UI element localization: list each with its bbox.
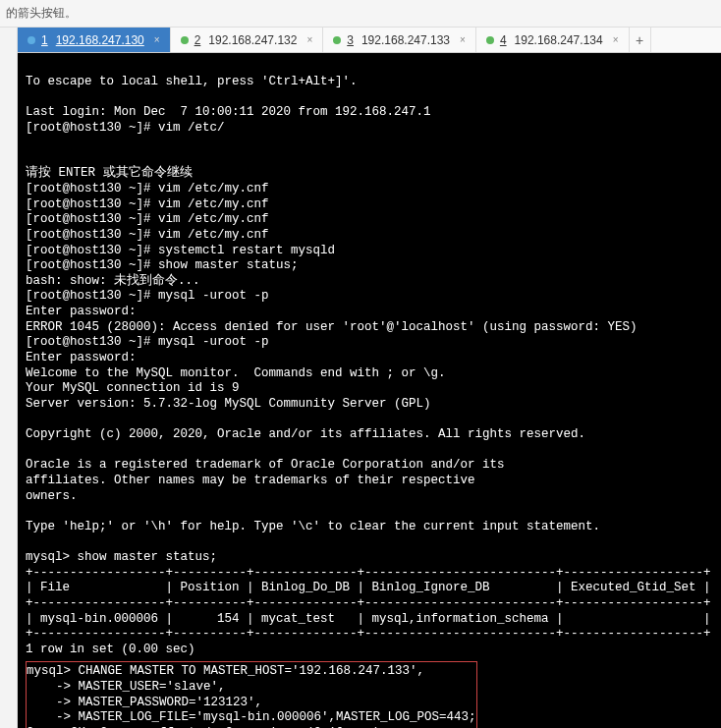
main-area: 1192.168.247.130×2192.168.247.132×3192.1… (18, 28, 721, 728)
top-bar-text: 的箭头按钮。 (6, 5, 77, 22)
tab-label: 192.168.247.134 (515, 33, 603, 47)
tab-number: 2 (194, 33, 201, 47)
tab-label: 192.168.247.130 (56, 33, 144, 47)
terminal[interactable]: To escape to local shell, press 'Ctrl+Al… (18, 53, 721, 728)
top-bar: 的箭头按钮。 (0, 0, 721, 28)
status-dot-icon (28, 36, 35, 44)
terminal-output: To escape to local shell, press 'Ctrl+Al… (26, 59, 713, 657)
tab-host-1[interactable]: 1192.168.247.130× (18, 28, 171, 52)
tab-label: 192.168.247.133 (361, 33, 450, 47)
status-dot-icon (333, 36, 341, 44)
tab-host-3[interactable]: 3192.168.247.133× (323, 28, 476, 52)
highlighted-region: mysql> CHANGE MASTER TO MASTER_HOST='192… (26, 661, 477, 728)
tab-host-4[interactable]: 4192.168.247.134× (476, 28, 630, 52)
left-gutter (0, 28, 18, 728)
tab-bar: 1192.168.247.130×2192.168.247.132×3192.1… (18, 28, 721, 53)
close-icon[interactable]: × (306, 34, 312, 45)
tab-number: 1 (41, 33, 48, 47)
tab-label: 192.168.247.132 (208, 33, 297, 47)
tab-number: 4 (500, 33, 507, 47)
status-dot-icon (181, 36, 189, 44)
tab-host-2[interactable]: 2192.168.247.132× (171, 28, 324, 52)
status-dot-icon (486, 36, 494, 44)
tab-number: 3 (347, 33, 354, 47)
close-icon[interactable]: × (154, 34, 160, 45)
close-icon[interactable]: × (613, 34, 619, 45)
close-icon[interactable]: × (460, 34, 466, 45)
add-tab-button[interactable]: + (630, 28, 651, 52)
